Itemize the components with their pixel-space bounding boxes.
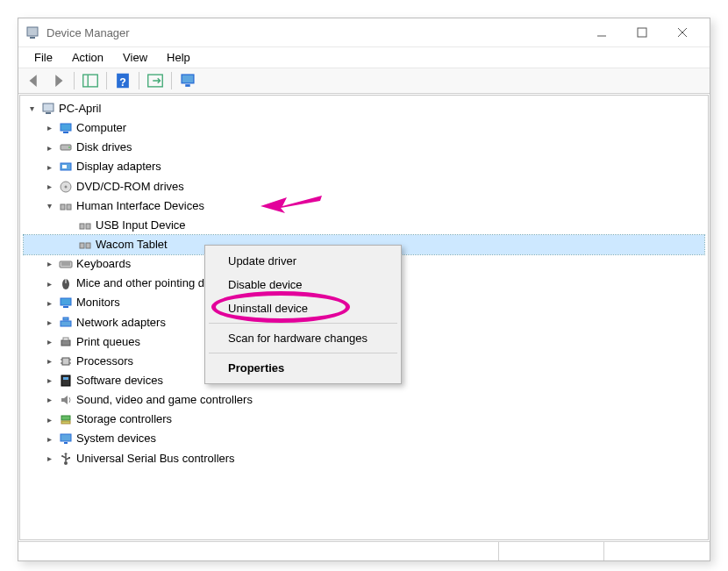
svg-rect-39 — [63, 338, 68, 340]
tree-item-label: Disk drives — [76, 139, 132, 156]
chevron-down-icon[interactable]: ▾ — [25, 103, 38, 115]
hid-icon — [78, 238, 92, 252]
chevron-right-icon[interactable]: ▸ — [43, 122, 55, 134]
device-manager-window: Device Manager File Action View Help ? ▾… — [18, 18, 710, 561]
context-menu: Update driver Disable device Uninstall d… — [204, 245, 402, 384]
svg-rect-40 — [62, 358, 69, 365]
cm-update-driver[interactable]: Update driver — [207, 249, 399, 273]
svg-rect-25 — [80, 224, 84, 229]
tree-item-label: Sound, video and game controllers — [76, 391, 253, 409]
cm-scan-changes[interactable]: Scan for hardware changes — [207, 326, 399, 350]
chevron-right-icon[interactable]: ▸ — [43, 336, 55, 348]
mouse-icon — [59, 276, 73, 290]
tree-item-label: Processors — [76, 353, 133, 370]
tree-item-label: Print queues — [76, 333, 140, 351]
chevron-right-icon[interactable]: ▸ — [43, 296, 55, 309]
help-button[interactable]: ? — [112, 71, 133, 90]
tree-item-hid[interactable]: ▾ Human Interface Devices — [24, 196, 704, 216]
tree-item-display-adapters[interactable]: ▸ Display adapters — [24, 157, 704, 176]
devices-and-printers-button[interactable] — [177, 71, 198, 90]
svg-rect-3 — [638, 28, 646, 37]
chevron-right-icon[interactable]: ▸ — [43, 394, 55, 406]
chevron-right-icon[interactable]: ▸ — [43, 181, 55, 193]
svg-point-51 — [64, 461, 68, 465]
tree-item-label: Software devices — [76, 372, 163, 389]
chevron-right-icon[interactable]: ▸ — [43, 413, 55, 425]
tree-item-label: Display adapters — [76, 158, 161, 175]
svg-rect-1 — [30, 37, 35, 39]
cdrom-icon — [59, 180, 73, 194]
svg-rect-14 — [46, 112, 51, 114]
chevron-right-icon[interactable]: ▸ — [43, 432, 55, 445]
chevron-right-icon[interactable]: ▸ — [43, 258, 55, 270]
tree-item-label: Monitors — [76, 294, 120, 311]
close-button[interactable] — [662, 19, 703, 46]
cpu-icon — [59, 354, 73, 368]
svg-rect-0 — [27, 27, 38, 36]
toolbar-separator — [106, 72, 107, 89]
menu-view[interactable]: View — [114, 49, 156, 66]
svg-rect-37 — [63, 318, 68, 320]
tree-item-system-devices[interactable]: ▸ System devices — [24, 429, 704, 448]
svg-point-18 — [68, 146, 70, 148]
maximize-button[interactable] — [622, 19, 662, 46]
tree-item-dvdcdrom[interactable]: ▸ DVD/CD-ROM drives — [24, 177, 704, 196]
svg-rect-27 — [80, 243, 84, 248]
tree-item-storage-controllers[interactable]: ▸ Storage controllers — [24, 410, 704, 429]
cm-properties[interactable]: Properties — [207, 356, 399, 380]
chevron-right-icon[interactable]: ▸ — [43, 277, 55, 289]
menu-file[interactable]: File — [25, 49, 61, 66]
tree-item-computer[interactable]: ▸ Computer — [24, 118, 704, 138]
chevron-right-icon[interactable]: ▸ — [43, 375, 55, 387]
tree-item-label: Computer — [76, 119, 126, 137]
statusbar-pane — [18, 542, 499, 560]
svg-rect-26 — [86, 224, 90, 229]
device-tree-panel[interactable]: ▾ PC-April ▸ Computer ▸ Disk drives ▸ Di… — [19, 95, 709, 540]
chevron-right-icon[interactable]: ▸ — [43, 453, 55, 465]
window-title: Device Manager — [46, 26, 582, 39]
tree-item-label: System devices — [76, 430, 156, 447]
toolbar-separator — [139, 72, 139, 89]
show-hide-console-tree-button[interactable] — [80, 71, 101, 90]
tree-item-sound[interactable]: ▸ Sound, video and game controllers — [24, 390, 704, 410]
chevron-down-icon[interactable]: ▾ — [43, 200, 55, 212]
chevron-right-icon[interactable]: ▸ — [43, 355, 55, 368]
tree-item-label: Human Interface Devices — [76, 197, 204, 215]
svg-rect-23 — [61, 204, 65, 210]
statusbar-pane — [499, 542, 604, 560]
storage-icon — [59, 412, 73, 426]
svg-text:?: ? — [119, 76, 126, 89]
svg-rect-36 — [61, 321, 71, 326]
svg-rect-49 — [61, 434, 71, 441]
tree-item-disk-drives[interactable]: ▸ Disk drives — [24, 138, 704, 157]
cm-separator — [209, 323, 397, 324]
monitor-icon — [59, 296, 73, 310]
network-icon — [59, 316, 73, 330]
cm-disable-device[interactable]: Disable device — [207, 273, 399, 296]
chevron-right-icon[interactable]: ▸ — [43, 161, 55, 173]
tree-root[interactable]: ▾ PC-April — [24, 99, 704, 118]
titlebar: Device Manager — [18, 18, 710, 46]
cm-uninstall-device[interactable]: Uninstall device — [207, 296, 399, 320]
svg-rect-50 — [64, 442, 68, 444]
svg-rect-20 — [62, 165, 67, 168]
scan-hardware-button[interactable] — [145, 71, 166, 90]
chevron-right-icon[interactable]: ▸ — [43, 141, 55, 153]
svg-rect-35 — [63, 306, 68, 308]
minimize-button[interactable] — [582, 19, 622, 46]
svg-rect-12 — [185, 84, 190, 87]
toolbar: ? — [18, 68, 710, 94]
toolbar-separator — [171, 72, 172, 89]
back-button[interactable] — [24, 71, 45, 90]
menu-help[interactable]: Help — [158, 49, 199, 66]
forward-button[interactable] — [47, 71, 68, 90]
chevron-right-icon[interactable]: ▸ — [43, 317, 55, 329]
svg-rect-28 — [86, 243, 90, 248]
svg-point-22 — [65, 185, 68, 188]
tree-item-usb-input[interactable]: ▸ USB Input Device — [24, 216, 704, 235]
disk-icon — [59, 140, 73, 154]
menu-action[interactable]: Action — [63, 49, 112, 66]
svg-rect-48 — [61, 421, 70, 424]
tree-item-usb-controllers[interactable]: ▸ Universal Serial Bus controllers — [24, 449, 704, 468]
computer-icon — [41, 102, 55, 116]
